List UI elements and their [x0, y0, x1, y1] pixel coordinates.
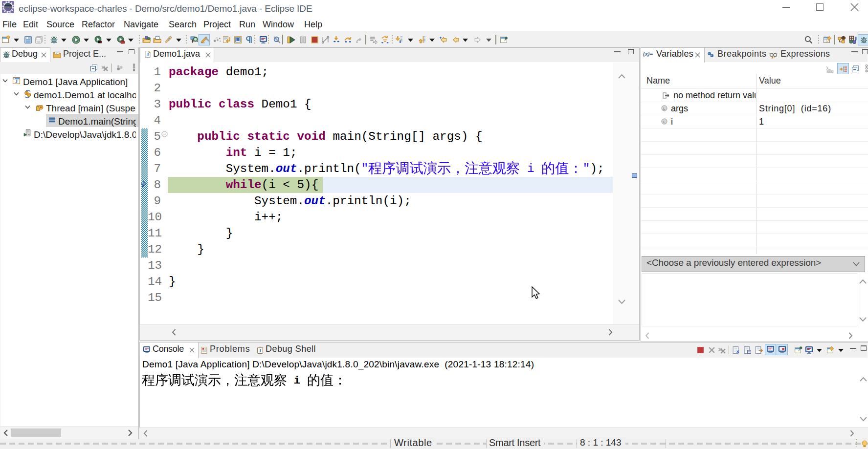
svg-text:L: L [663, 120, 666, 124]
svg-text:J: J [259, 349, 261, 353]
svg-text:J: J [147, 52, 149, 57]
svg-text:J: J [15, 79, 18, 84]
svg-text:L: L [663, 107, 666, 111]
svg-text:x=: x= [772, 56, 776, 59]
